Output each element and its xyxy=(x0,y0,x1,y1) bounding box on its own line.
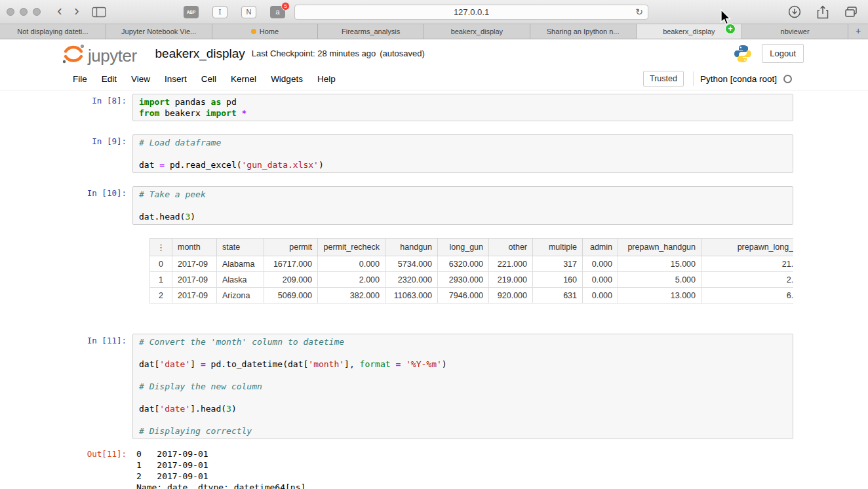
back-icon: ‹ xyxy=(57,3,62,19)
sidebar-toggle-button[interactable] xyxy=(92,7,106,18)
browser-tab[interactable]: Firearms_analysis xyxy=(318,24,424,39)
column-header[interactable]: other xyxy=(489,239,533,256)
checkpoint-text: Last Checkpoint: 28 minutes ago xyxy=(252,49,376,58)
menu-file[interactable]: File xyxy=(66,69,94,88)
table-row[interactable]: 02017-09Alabama16717.0000.0005734.000632… xyxy=(150,256,794,272)
table-menu-icon[interactable]: ⋮ xyxy=(157,243,165,252)
column-header[interactable]: multiple xyxy=(533,239,583,256)
code-line xyxy=(139,414,787,425)
browser-tab[interactable]: Not displaying dateti... xyxy=(0,24,106,39)
table-output-cell: ⋮monthstatepermitpermit_recheckhandgunlo… xyxy=(75,238,793,303)
menu-cell[interactable]: Cell xyxy=(194,69,224,88)
dataframe-output: ⋮monthstatepermitpermit_recheckhandgunlo… xyxy=(132,238,793,303)
notebook-title[interactable]: beakerx_display xyxy=(155,47,245,61)
kernel-name: Python [conda root] xyxy=(700,74,777,84)
column-header[interactable]: prepawn_long_gun xyxy=(701,239,794,256)
jupyter-logo[interactable]: jupyter xyxy=(62,43,137,64)
code-line: # Convert the 'month' column to datetime xyxy=(139,336,787,347)
extension-abp-icon[interactable]: ABP xyxy=(184,6,199,18)
downloads-button[interactable] xyxy=(788,5,801,18)
output-cell: Out[11]:0 2017-09-01 1 2017-09-01 2 2017… xyxy=(75,447,793,489)
menu-edit[interactable]: Edit xyxy=(94,69,124,88)
forward-button[interactable]: › xyxy=(68,4,85,20)
output-text: 0 2017-09-01 1 2017-09-01 2 2017-09-01 N… xyxy=(132,447,793,489)
address-bar[interactable]: 127.0.0.1 ↻ xyxy=(294,5,648,20)
table-cell: 7946.000 xyxy=(438,288,489,303)
table-cell: 2.000 xyxy=(318,272,385,288)
browser-toolbar: ‹ › ABPINa5 127.0.0.1 ↻ xyxy=(0,0,868,24)
browser-tab[interactable]: Jupyter Notebook Vie... xyxy=(106,24,212,39)
code-line xyxy=(139,370,787,381)
menu-help[interactable]: Help xyxy=(310,69,343,88)
column-header[interactable]: month xyxy=(172,239,217,256)
tab-bar: Not displaying dateti...Jupyter Notebook… xyxy=(0,24,868,39)
extension-buttons: ABPINa5 xyxy=(184,6,285,18)
browser-tab[interactable]: Sharing an Ipython n... xyxy=(530,24,637,39)
tab-label: Jupyter Notebook Vie... xyxy=(121,28,196,35)
table-row[interactable]: 12017-09Alaska209.0002.0002320.0002930.0… xyxy=(150,272,794,288)
extension-i-icon[interactable]: I xyxy=(212,6,227,18)
window-zoom-button[interactable] xyxy=(33,8,41,16)
menu-insert[interactable]: Insert xyxy=(157,69,194,88)
browser-tab[interactable]: Home xyxy=(212,24,319,39)
extension-n-icon[interactable]: N xyxy=(241,6,256,18)
code-editor[interactable]: # Take a peek dat.head(3) xyxy=(132,186,793,225)
table-cell: 0.000 xyxy=(583,288,618,303)
column-header[interactable]: permit_recheck xyxy=(318,239,385,256)
table-cell: 5734.000 xyxy=(385,256,438,272)
reload-icon[interactable]: ↻ xyxy=(635,7,643,16)
browser-tab[interactable]: nbviewer xyxy=(742,24,848,39)
table-cell: 221.000 xyxy=(489,256,533,272)
column-header[interactable]: handgun xyxy=(385,239,438,256)
code-editor[interactable]: # Convert the 'month' column to datetime… xyxy=(132,334,793,439)
kernel-divider xyxy=(693,71,694,86)
window-minimize-button[interactable] xyxy=(20,8,28,16)
notification-badge: 5 xyxy=(281,2,290,10)
table-cell: 11063.000 xyxy=(385,288,438,303)
tab-overview-button[interactable] xyxy=(844,6,858,18)
column-header[interactable]: prepawn_handgun xyxy=(618,239,701,256)
menu-view[interactable]: View xyxy=(124,69,157,88)
downloads-icon xyxy=(788,5,801,18)
browser-tab[interactable]: beakerx_display xyxy=(424,24,530,39)
table-cell: 0.000 xyxy=(318,256,385,272)
new-tab-button[interactable]: + xyxy=(848,24,868,39)
window-close-button[interactable] xyxy=(7,8,14,16)
code-line: # Load dataframe xyxy=(139,137,787,148)
column-header[interactable]: admin xyxy=(583,239,618,256)
menu-widgets[interactable]: Widgets xyxy=(264,69,310,88)
table-row[interactable]: 22017-09Arizona5069.000382.00011063.0007… xyxy=(150,288,794,303)
jupyter-logo-icon xyxy=(62,43,85,64)
beakerx-table: ⋮monthstatepermitpermit_recheckhandgunlo… xyxy=(149,238,793,303)
extension-a-icon[interactable]: a5 xyxy=(270,6,285,18)
code-editor[interactable]: import pandas as pdfrom beakerx import * xyxy=(132,94,793,121)
table-cell: 920.000 xyxy=(489,288,533,303)
share-button[interactable] xyxy=(817,5,829,19)
row-index: 0 xyxy=(150,256,172,272)
sidebar-icon xyxy=(92,7,106,18)
column-header[interactable]: long_gun xyxy=(438,239,489,256)
trusted-button[interactable]: Trusted xyxy=(643,71,684,87)
input-prompt xyxy=(75,238,132,303)
code-line: from beakerx import * xyxy=(139,108,787,119)
table-cell: 15.000 xyxy=(618,256,701,272)
menu-kernel[interactable]: Kernel xyxy=(224,69,264,88)
column-header[interactable]: state xyxy=(217,239,264,256)
table-cell: 0.000 xyxy=(583,256,618,272)
code-editor[interactable]: # Load dataframe dat = pd.read_excel('gu… xyxy=(132,134,793,173)
column-header[interactable]: permit xyxy=(264,239,318,256)
autosaved-text: (autosaved) xyxy=(380,49,425,58)
tab-label: Home xyxy=(260,28,279,35)
code-line xyxy=(139,347,787,359)
table-cell: 5.000 xyxy=(618,272,701,288)
url-text: 127.0.0.1 xyxy=(454,7,489,17)
logout-button[interactable]: Logout xyxy=(762,44,804,63)
table-cell: 6320.000 xyxy=(438,256,489,272)
notebook-header: jupyter beakerx_display Last Checkpoint:… xyxy=(0,39,868,68)
code-line: dat['date'] = pd.to_datetime(dat['month'… xyxy=(139,359,787,370)
back-button[interactable]: ‹ xyxy=(51,4,68,20)
browser-tab[interactable]: beakerx_display xyxy=(637,24,743,39)
table-menu-header: ⋮ xyxy=(150,239,172,256)
table-cell: Arizona xyxy=(217,288,264,303)
code-line: dat['date'].head(3) xyxy=(139,403,787,414)
